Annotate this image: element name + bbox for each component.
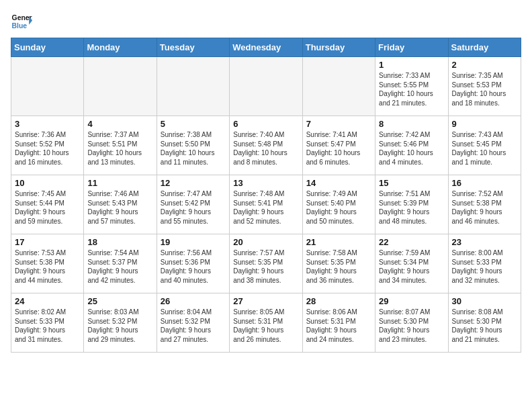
header-day-wednesday: Wednesday bbox=[230, 38, 302, 57]
day-cell: 7Sunrise: 7:41 AMSunset: 5:47 PMDaylight… bbox=[302, 116, 375, 175]
day-number: 7 bbox=[306, 119, 371, 129]
day-cell: 25Sunrise: 8:03 AMSunset: 5:32 PMDayligh… bbox=[84, 293, 157, 353]
day-info: Sunrise: 7:42 AMSunset: 5:46 PMDaylight:… bbox=[379, 130, 444, 167]
day-cell: 2Sunrise: 7:35 AMSunset: 5:53 PMDaylight… bbox=[448, 57, 521, 116]
day-cell: 19Sunrise: 7:56 AMSunset: 5:36 PMDayligh… bbox=[157, 234, 229, 293]
day-number: 10 bbox=[15, 178, 80, 188]
week-row-1: 1Sunrise: 7:33 AMSunset: 5:55 PMDaylight… bbox=[11, 57, 521, 116]
header-day-thursday: Thursday bbox=[302, 38, 375, 57]
day-cell: 13Sunrise: 7:48 AMSunset: 5:41 PMDayligh… bbox=[230, 175, 302, 234]
day-info: Sunrise: 7:40 AMSunset: 5:48 PMDaylight:… bbox=[233, 130, 298, 167]
day-number: 26 bbox=[161, 296, 226, 306]
day-cell: 16Sunrise: 7:52 AMSunset: 5:38 PMDayligh… bbox=[448, 175, 521, 234]
day-info: Sunrise: 7:36 AMSunset: 5:52 PMDaylight:… bbox=[15, 130, 80, 167]
calendar-header: SundayMondayTuesdayWednesdayThursdayFrid… bbox=[11, 38, 521, 57]
day-number: 28 bbox=[306, 296, 371, 306]
day-number: 25 bbox=[87, 296, 152, 306]
week-row-4: 17Sunrise: 7:53 AMSunset: 5:38 PMDayligh… bbox=[11, 234, 521, 293]
day-number: 9 bbox=[452, 119, 517, 129]
day-number: 24 bbox=[15, 296, 80, 306]
day-number: 22 bbox=[379, 237, 444, 247]
day-info: Sunrise: 8:00 AMSunset: 5:33 PMDaylight:… bbox=[452, 248, 517, 285]
day-number: 5 bbox=[161, 119, 226, 129]
day-info: Sunrise: 8:02 AMSunset: 5:33 PMDaylight:… bbox=[15, 308, 80, 344]
day-number: 21 bbox=[306, 237, 371, 247]
day-cell: 11Sunrise: 7:46 AMSunset: 5:43 PMDayligh… bbox=[84, 175, 157, 234]
day-cell bbox=[157, 57, 229, 116]
week-row-5: 24Sunrise: 8:02 AMSunset: 5:33 PMDayligh… bbox=[11, 293, 521, 353]
day-number: 27 bbox=[233, 296, 298, 306]
day-cell: 26Sunrise: 8:04 AMSunset: 5:32 PMDayligh… bbox=[157, 293, 229, 353]
day-info: Sunrise: 7:48 AMSunset: 5:41 PMDaylight:… bbox=[233, 189, 298, 226]
day-number: 8 bbox=[379, 119, 444, 129]
day-info: Sunrise: 8:05 AMSunset: 5:31 PMDaylight:… bbox=[233, 308, 298, 344]
svg-text:Blue: Blue bbox=[12, 22, 28, 30]
calendar-body: 1Sunrise: 7:33 AMSunset: 5:55 PMDaylight… bbox=[11, 57, 521, 353]
day-cell: 21Sunrise: 7:58 AMSunset: 5:35 PMDayligh… bbox=[302, 234, 375, 293]
day-number: 30 bbox=[452, 296, 517, 306]
day-cell: 10Sunrise: 7:45 AMSunset: 5:44 PMDayligh… bbox=[11, 175, 84, 234]
day-cell: 3Sunrise: 7:36 AMSunset: 5:52 PMDaylight… bbox=[11, 116, 84, 175]
day-number: 6 bbox=[233, 119, 298, 129]
day-cell: 8Sunrise: 7:42 AMSunset: 5:46 PMDaylight… bbox=[375, 116, 448, 175]
day-info: Sunrise: 7:56 AMSunset: 5:36 PMDaylight:… bbox=[161, 248, 226, 285]
day-cell: 6Sunrise: 7:40 AMSunset: 5:48 PMDaylight… bbox=[230, 116, 302, 175]
day-cell: 18Sunrise: 7:54 AMSunset: 5:37 PMDayligh… bbox=[84, 234, 157, 293]
day-info: Sunrise: 8:08 AMSunset: 5:30 PMDaylight:… bbox=[452, 308, 517, 344]
day-number: 14 bbox=[306, 178, 371, 188]
header-row: SundayMondayTuesdayWednesdayThursdayFrid… bbox=[11, 38, 521, 57]
day-info: Sunrise: 7:46 AMSunset: 5:43 PMDaylight:… bbox=[87, 189, 152, 226]
day-number: 17 bbox=[15, 237, 80, 247]
day-info: Sunrise: 8:04 AMSunset: 5:32 PMDaylight:… bbox=[161, 308, 226, 344]
logo-icon: General Blue bbox=[11, 11, 32, 32]
day-info: Sunrise: 7:47 AMSunset: 5:42 PMDaylight:… bbox=[161, 189, 226, 226]
day-info: Sunrise: 7:54 AMSunset: 5:37 PMDaylight:… bbox=[87, 248, 152, 285]
day-number: 15 bbox=[379, 178, 444, 188]
day-number: 1 bbox=[379, 60, 444, 70]
day-info: Sunrise: 7:35 AMSunset: 5:53 PMDaylight:… bbox=[452, 71, 517, 107]
day-info: Sunrise: 7:38 AMSunset: 5:50 PMDaylight:… bbox=[161, 130, 226, 167]
day-info: Sunrise: 7:59 AMSunset: 5:34 PMDaylight:… bbox=[379, 248, 444, 285]
day-cell bbox=[230, 57, 302, 116]
day-number: 3 bbox=[15, 119, 80, 129]
day-cell: 28Sunrise: 8:06 AMSunset: 5:31 PMDayligh… bbox=[302, 293, 375, 353]
day-info: Sunrise: 8:03 AMSunset: 5:32 PMDaylight:… bbox=[87, 308, 152, 344]
day-cell: 4Sunrise: 7:37 AMSunset: 5:51 PMDaylight… bbox=[84, 116, 157, 175]
day-cell: 27Sunrise: 8:05 AMSunset: 5:31 PMDayligh… bbox=[230, 293, 302, 353]
day-cell: 29Sunrise: 8:07 AMSunset: 5:30 PMDayligh… bbox=[375, 293, 448, 353]
day-number: 23 bbox=[452, 237, 517, 247]
day-info: Sunrise: 7:51 AMSunset: 5:39 PMDaylight:… bbox=[379, 189, 444, 226]
day-info: Sunrise: 7:45 AMSunset: 5:44 PMDaylight:… bbox=[15, 189, 80, 226]
day-info: Sunrise: 7:43 AMSunset: 5:45 PMDaylight:… bbox=[452, 130, 517, 167]
calendar-table: SundayMondayTuesdayWednesdayThursdayFrid… bbox=[11, 38, 521, 353]
day-cell bbox=[11, 57, 84, 116]
header-day-friday: Friday bbox=[375, 38, 448, 57]
header-day-tuesday: Tuesday bbox=[157, 38, 229, 57]
day-cell: 14Sunrise: 7:49 AMSunset: 5:40 PMDayligh… bbox=[302, 175, 375, 234]
day-number: 18 bbox=[87, 237, 152, 247]
header-day-saturday: Saturday bbox=[448, 38, 521, 57]
day-number: 16 bbox=[452, 178, 517, 188]
day-number: 19 bbox=[161, 237, 226, 247]
header-day-sunday: Sunday bbox=[11, 38, 84, 57]
day-cell: 30Sunrise: 8:08 AMSunset: 5:30 PMDayligh… bbox=[448, 293, 521, 353]
day-info: Sunrise: 7:33 AMSunset: 5:55 PMDaylight:… bbox=[379, 71, 444, 107]
day-info: Sunrise: 7:52 AMSunset: 5:38 PMDaylight:… bbox=[452, 189, 517, 226]
day-number: 4 bbox=[87, 119, 152, 129]
day-cell: 23Sunrise: 8:00 AMSunset: 5:33 PMDayligh… bbox=[448, 234, 521, 293]
day-cell: 15Sunrise: 7:51 AMSunset: 5:39 PMDayligh… bbox=[375, 175, 448, 234]
day-cell bbox=[84, 57, 157, 116]
day-info: Sunrise: 7:53 AMSunset: 5:38 PMDaylight:… bbox=[15, 248, 80, 285]
week-row-3: 10Sunrise: 7:45 AMSunset: 5:44 PMDayligh… bbox=[11, 175, 521, 234]
day-info: Sunrise: 7:41 AMSunset: 5:47 PMDaylight:… bbox=[306, 130, 371, 167]
day-info: Sunrise: 7:37 AMSunset: 5:51 PMDaylight:… bbox=[87, 130, 152, 167]
day-cell: 17Sunrise: 7:53 AMSunset: 5:38 PMDayligh… bbox=[11, 234, 84, 293]
day-number: 20 bbox=[233, 237, 298, 247]
day-info: Sunrise: 7:49 AMSunset: 5:40 PMDaylight:… bbox=[306, 189, 371, 226]
page-header: General Blue bbox=[11, 11, 521, 32]
day-number: 29 bbox=[379, 296, 444, 306]
day-cell bbox=[302, 57, 375, 116]
day-number: 13 bbox=[233, 178, 298, 188]
day-number: 12 bbox=[161, 178, 226, 188]
header-day-monday: Monday bbox=[84, 38, 157, 57]
